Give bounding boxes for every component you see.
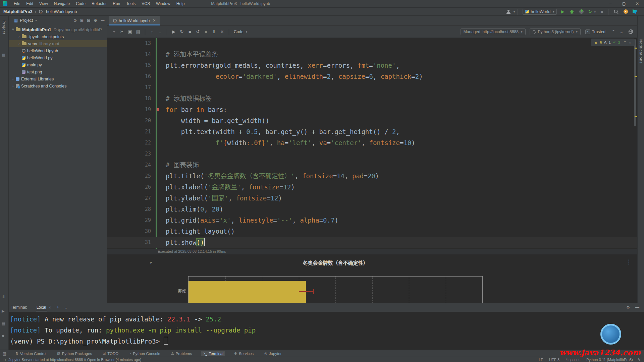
- code-line-30[interactable]: 30plt.tight_layout(): [107, 226, 637, 237]
- chevron-down-icon[interactable]: ▾: [35, 19, 37, 22]
- run-with-coverage-button[interactable]: [579, 9, 584, 14]
- code-line-17[interactable]: 17: [107, 82, 637, 93]
- user-dropdown-icon[interactable]: ▾: [514, 10, 515, 13]
- toolwindow-services[interactable]: ⚙Services: [232, 351, 255, 356]
- status-event-icon[interactable]: ▢: [3, 358, 6, 362]
- tree-row-scratches-and-consoles[interactable]: ›Scratches and Consoles: [9, 82, 107, 89]
- run-button[interactable]: ▶: [561, 9, 565, 14]
- tree-row-ipynb-checkpoints[interactable]: ›.ipynb_checkpoints: [9, 33, 107, 40]
- code-line-19[interactable]: 19for bar in bars:: [107, 104, 637, 115]
- toolwindow-problems[interactable]: ⚠Problems: [169, 351, 194, 356]
- project-panel-title[interactable]: Project: [20, 18, 33, 23]
- status-utf-8[interactable]: UTF-8: [549, 358, 559, 362]
- menu-navigate[interactable]: Navigate: [51, 1, 73, 6]
- menu-file[interactable]: File: [11, 1, 23, 6]
- debug-button[interactable]: [569, 9, 575, 14]
- next-problem-icon[interactable]: ⌄: [629, 40, 632, 45]
- tab-close-icon[interactable]: ✕: [153, 18, 156, 23]
- code-line-16[interactable]: 16 ecolor='darkred', elinewidth=2, capsi…: [107, 71, 637, 82]
- locate-file-icon[interactable]: ⊙: [73, 18, 77, 23]
- terminal-settings-icon[interactable]: ⚙: [626, 305, 630, 310]
- project-stripe-tab[interactable]: Project: [2, 20, 6, 34]
- code-line-28[interactable]: 28plt.xlim(0, 20): [107, 204, 637, 215]
- tree-row-helloworld-ipynb[interactable]: helloWorld.ipynb: [9, 47, 107, 54]
- structure-stripe-icon[interactable]: ◫: [2, 294, 5, 298]
- tool-windows-toggle-icon[interactable]: ▦: [3, 351, 6, 356]
- delete-cell-icon[interactable]: ✕: [218, 29, 226, 34]
- warning-stripe-mark[interactable]: [635, 116, 637, 117]
- breadcrumb-file[interactable]: helloWorld.ipynb: [46, 9, 77, 14]
- trusted-checkbox[interactable]: ✓ Trusted: [585, 29, 605, 34]
- readonly-icon[interactable]: ✎: [638, 358, 641, 362]
- status-lf[interactable]: LF: [539, 358, 543, 362]
- code-line-22[interactable]: 22 f'{width:.0f}', ha='left', va='center…: [107, 137, 637, 148]
- menu-help[interactable]: Help: [173, 1, 188, 6]
- favorites-stripe-icon[interactable]: ▤: [2, 321, 5, 326]
- menu-code[interactable]: Code: [73, 1, 89, 6]
- menu-tools[interactable]: Tools: [123, 1, 139, 6]
- tree-row-external-libraries[interactable]: ›External Libraries: [9, 75, 107, 82]
- tree-chevron-icon[interactable]: ˅: [11, 28, 15, 32]
- toolwindow-version-control[interactable]: ⇅Version Control: [14, 351, 48, 356]
- run-configuration-select[interactable]: helloWorld ▾: [523, 9, 556, 15]
- status-4-spaces[interactable]: 4 spaces: [566, 358, 580, 362]
- code-line-27[interactable]: 27plt.ylabel('国家', fontsize=12): [107, 193, 637, 204]
- cut-cell-icon[interactable]: ✂: [118, 29, 126, 34]
- paste-cell-icon[interactable]: ▤: [134, 29, 142, 34]
- code-line-23[interactable]: 23: [107, 148, 637, 160]
- update-notification-icon[interactable]: ▾: [624, 9, 628, 14]
- code-line-25[interactable]: 25plt.title('冬奥会金牌数（含不确定性）', fontsize=14…: [107, 171, 637, 182]
- interrupt-kernel-icon[interactable]: ‖: [210, 29, 218, 34]
- tree-row-test-png[interactable]: test.png: [9, 68, 107, 75]
- problems-stripe-icon[interactable]: ◆: [2, 334, 4, 338]
- minimize-button[interactable]: –: [604, 1, 617, 6]
- stop-kernel-icon[interactable]: ■: [186, 29, 194, 34]
- menu-view[interactable]: View: [36, 1, 51, 6]
- stop-button[interactable]: ■: [600, 9, 603, 14]
- notifications-stripe-tab[interactable]: Notifications: [639, 39, 643, 64]
- code-line-31[interactable]: 31plt.show(): [107, 237, 637, 248]
- tree-row-matplotlibpro1[interactable]: ˅MatplotlibPro1D:\python_pro\MatplotlibP: [9, 26, 107, 33]
- status-python-3-11-matplotlibpro3[interactable]: Python 3.11 (MatplotlibPro3): [586, 358, 633, 362]
- run-stripe-icon[interactable]: ▶: [2, 309, 4, 313]
- code-line-24[interactable]: 24# 图表装饰: [107, 160, 637, 171]
- tree-chevron-icon[interactable]: ›: [11, 77, 15, 81]
- prev-problem-icon[interactable]: ⌃: [623, 40, 627, 45]
- run-cell-icon[interactable]: ▶: [170, 29, 178, 34]
- code-line-29[interactable]: 29plt.grid(axis='x', linestyle='--', alp…: [107, 215, 637, 226]
- hide-panel-icon[interactable]: —: [101, 18, 105, 23]
- user-profile-icon[interactable]: [506, 9, 511, 14]
- terminal-output[interactable]: [notice] A new release of pip available:…: [9, 312, 644, 347]
- restart-kernel-icon[interactable]: ↻: [178, 29, 186, 34]
- menu-run[interactable]: Run: [110, 1, 123, 6]
- expand-all-icon[interactable]: ⊞: [80, 18, 84, 23]
- toolwindow-jupyter[interactable]: ◎Jupyter: [263, 351, 283, 356]
- copy-cell-icon[interactable]: ▣: [126, 29, 134, 34]
- gutter-mark-icon[interactable]: [157, 108, 159, 111]
- code-line-18[interactable]: 18# 添加数据标签: [107, 93, 637, 104]
- toolwindow-python-console[interactable]: »Python Console: [127, 351, 162, 356]
- toolwindow-terminal[interactable]: >_Terminal: [201, 351, 225, 356]
- warning-stripe-mark[interactable]: [635, 48, 637, 49]
- cell-type-select[interactable]: Code ▾: [234, 29, 247, 34]
- run-all-above-icon[interactable]: ↺: [194, 29, 202, 34]
- settings-icon[interactable]: ⚙: [94, 18, 97, 23]
- tree-row-venv[interactable]: ›venvlibrary root: [9, 40, 107, 47]
- new-terminal-session-icon[interactable]: +: [57, 305, 59, 310]
- status-message[interactable]: Jupyter Server started at http://localho…: [8, 358, 141, 362]
- tree-row-main-py[interactable]: main.py: [9, 61, 107, 68]
- code-line-14[interactable]: 14# 添加水平误差条: [107, 49, 637, 60]
- run-all-icon[interactable]: »: [202, 29, 210, 34]
- warning-stripe-mark[interactable]: [635, 76, 637, 77]
- code-line-15[interactable]: 15plt.errorbar(gold_medals, countries, x…: [107, 60, 637, 71]
- scroll-down-cell-icon[interactable]: ⌄: [618, 29, 626, 34]
- menu-window[interactable]: Window: [153, 1, 173, 6]
- editor-scrollbar[interactable]: [634, 39, 636, 126]
- floating-recorder-bubble[interactable]: [600, 324, 621, 345]
- terminal-hide-icon[interactable]: —: [635, 305, 639, 310]
- terminal-dropdown-icon[interactable]: ⌄: [64, 305, 68, 310]
- tree-chevron-icon[interactable]: ›: [17, 42, 21, 46]
- profiler-icon[interactable]: [633, 9, 637, 14]
- toolwindow-todo[interactable]: ☑TODO: [101, 351, 120, 356]
- code-line-20[interactable]: 20 width = bar.get_width(): [107, 115, 637, 126]
